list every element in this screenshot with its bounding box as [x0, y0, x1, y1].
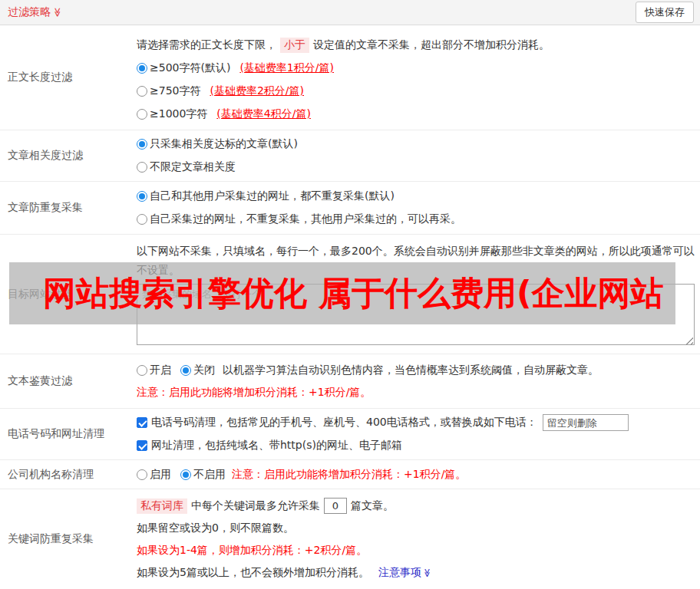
row-phone-url-cleanup: 电话号码和网址清理 电话号码清理，包括常见的手机号、座机号、400电话格式，或替…: [0, 409, 700, 460]
keyword-note-1-4: 如果设为1-4篇，则增加积分消耗：+2积分/篇。: [137, 539, 694, 561]
radio-company-on[interactable]: 启用: [137, 468, 171, 482]
radio-1000-chars[interactable]: ≥1000字符: [137, 107, 207, 121]
intro-text-before: 请选择需求的正文长度下限，: [137, 38, 276, 52]
section-title-toggle[interactable]: 过滤策略 ≫: [8, 5, 63, 19]
fee-note: (基础费率1积分/篇): [239, 61, 334, 75]
row-label: 文章防重复采集: [0, 182, 137, 234]
radio-label: 自己采集过的网址，不重复采集，其他用户采集过的，可以再采。: [150, 212, 461, 226]
phone-cleanup-checkbox[interactable]: [137, 417, 147, 428]
row-label: 公司机构名称清理: [0, 460, 137, 489]
row-target-site-filter: 目标网站过滤 以下网站不采集，只填域名，每行一个，最多200个。系统会自动识别并…: [0, 235, 700, 354]
radio-750-chars[interactable]: ≥750字符: [137, 84, 200, 98]
header-bar: 过滤策略 ≫ 快速保存: [0, 0, 700, 25]
replacement-phone-input[interactable]: [543, 414, 629, 431]
radio-relevance-only[interactable]: 只采集相关度达标的文章(默认): [137, 137, 298, 151]
url-cleanup-label: 网址清理，包括纯域名、带http(s)的网址、电子邮箱: [151, 439, 402, 452]
page-title: 过滤策略: [8, 5, 51, 19]
radio-label: ≥1000字符: [150, 107, 207, 121]
keyword-note-5plus: 如果设为5篇或以上，也不会额外增加积分消耗。: [137, 566, 369, 580]
radio-porn-off[interactable]: 关闭: [180, 364, 215, 377]
radio-dedup-self-only[interactable]: 自己采集过的网址，不重复采集，其他用户采集过的，可以再采。: [137, 212, 461, 226]
chevron-down-icon: ≫: [422, 568, 431, 577]
row-label: 电话号码和网址清理: [0, 409, 137, 459]
radio-label: 只采集相关度达标的文章(默认): [150, 137, 298, 151]
intro-text-after: 设定值的文章不采集，超出部分不增加积分消耗。: [313, 38, 550, 52]
row-label: 文本鉴黄过滤: [0, 354, 137, 408]
radio-label: ≥500字符(默认): [150, 61, 230, 75]
target-site-description: 以下网站不采集，只填域名，每行一个，最多200个。系统会自动识别并屏蔽那些非文章…: [137, 242, 695, 280]
notice-link[interactable]: 注意事项 ≫: [378, 566, 431, 580]
keyword-note-zero: 如果留空或设为0，则不限篇数。: [137, 517, 694, 539]
url-cleanup-checkbox[interactable]: [137, 440, 147, 451]
radio-icon[interactable]: [137, 86, 147, 97]
radio-icon[interactable]: [137, 109, 147, 120]
radio-label: 启用: [150, 468, 171, 482]
radio-company-off[interactable]: 不启用: [180, 468, 226, 482]
fee-note: (基础费率2积分/篇): [210, 84, 304, 98]
radio-icon[interactable]: [137, 214, 147, 225]
keyword-limit-suffix: 篇文章。: [351, 499, 394, 513]
radio-icon[interactable]: [137, 469, 147, 480]
radio-icon[interactable]: [137, 191, 147, 202]
private-lexicon-highlight: 私有词库: [137, 499, 187, 514]
radio-500-chars[interactable]: ≥500字符(默认): [137, 61, 230, 75]
radio-icon[interactable]: [137, 139, 147, 150]
radio-label: 关闭: [193, 364, 215, 377]
max-articles-input[interactable]: [324, 498, 347, 514]
row-label: 目标网站过滤: [0, 235, 137, 354]
radio-dedup-all-users[interactable]: 自己和其他用户采集过的网址，都不重复采集(默认): [137, 189, 395, 203]
chevron-down-icon: ≫: [53, 8, 62, 18]
row-label: 正文长度过滤: [0, 25, 137, 130]
fee-note: (基础费率4积分/篇): [216, 107, 311, 121]
porn-filter-note: 注意：启用此功能将增加积分消耗：+1积分/篇。: [137, 381, 694, 403]
row-label: 文章相关度过滤: [0, 130, 137, 181]
row-relevance-filter: 文章相关度过滤 只采集相关度达标的文章(默认) 不限定文章相关度: [0, 130, 700, 182]
row-keyword-dedup: 关键词防重复采集 私有词库 中每个关键词最多允许采集 篇文章。 如果留空或设为0…: [0, 489, 700, 589]
notice-link-label: 注意事项: [378, 566, 421, 580]
company-cleanup-note: 注意：启用此功能将增加积分消耗：+1积分/篇。: [232, 468, 466, 482]
radio-label: 不限定文章相关度: [150, 160, 236, 174]
row-company-cleanup: 公司机构名称清理 启用 不启用 注意：启用此功能将增加积分消耗：+1积分/篇。: [0, 460, 700, 489]
radio-icon[interactable]: [137, 162, 147, 173]
porn-filter-description: 以机器学习算法自动识别色情内容，当色情概率达到系统阈值，自动屏蔽文章。: [223, 364, 599, 377]
phone-cleanup-label: 电话号码清理，包括常见的手机号、座机号、400电话格式，或替换成如下电话：: [151, 416, 537, 429]
radio-label: 自己和其他用户采集过的网址，都不重复采集(默认): [150, 189, 395, 203]
radio-relevance-any[interactable]: 不限定文章相关度: [137, 160, 236, 174]
intro-highlight: 小于: [280, 38, 309, 53]
filter-strategy-page: 过滤策略 ≫ 快速保存 正文长度过滤 请选择需求的正文长度下限， 小于 设定值的…: [0, 0, 700, 589]
row-label: 关键词防重复采集: [0, 489, 137, 589]
blocked-domains-textarea[interactable]: [137, 284, 695, 345]
length-filter-intro: 请选择需求的正文长度下限， 小于 设定值的文章不采集，超出部分不增加积分消耗。: [137, 34, 694, 57]
row-content-length-filter: 正文长度过滤 请选择需求的正文长度下限， 小于 设定值的文章不采集，超出部分不增…: [0, 25, 700, 130]
radio-label: 开启: [150, 364, 171, 377]
radio-label: 不启用: [193, 468, 226, 482]
radio-porn-on[interactable]: 开启: [137, 364, 171, 377]
radio-icon[interactable]: [180, 469, 191, 480]
radio-icon[interactable]: [180, 365, 191, 376]
radio-icon[interactable]: [137, 63, 147, 74]
keyword-limit-text: 中每个关键词最多允许采集: [191, 499, 320, 513]
radio-icon[interactable]: [137, 365, 147, 376]
quick-save-button[interactable]: 快速保存: [636, 2, 694, 23]
row-article-dedup: 文章防重复采集 自己和其他用户采集过的网址，都不重复采集(默认) 自己采集过的网…: [0, 182, 700, 235]
row-porn-filter: 文本鉴黄过滤 开启 关闭 以机器学习算法自动识别色情内容，当色情概率达到系统阈值…: [0, 354, 700, 409]
radio-label: ≥750字符: [150, 84, 200, 98]
